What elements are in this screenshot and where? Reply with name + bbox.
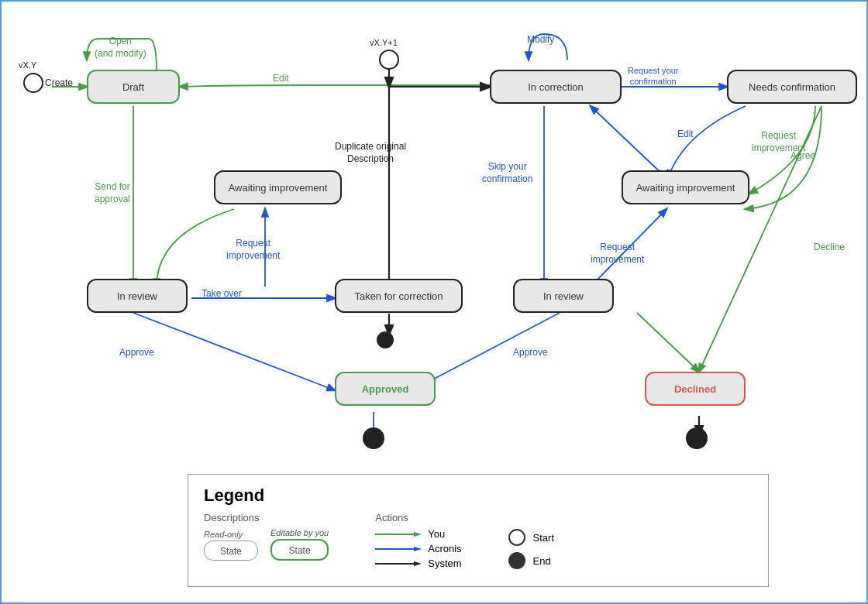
taken-for-correction-state: Taken for correction: [335, 279, 463, 313]
svg-marker-23: [414, 561, 422, 566]
legend-end-circle: [508, 552, 525, 569]
duplicate-original-label: Duplicate original Description: [335, 141, 406, 165]
legend-actions: Actions You Acronis System: [375, 512, 461, 572]
in-review-left-state: In review: [87, 279, 188, 313]
awaiting-improvement-left-state: Awaiting improvement: [214, 170, 342, 204]
skip-your-confirmation-label: Skip your confirmation: [482, 161, 532, 185]
legend-descriptions: Descriptions Read-only State Editable by…: [204, 512, 329, 561]
end-circle-declined: [686, 427, 708, 449]
legend-box: Legend Descriptions Read-only State Edit…: [188, 474, 769, 587]
request-improvement-right-label: Request improvement: [591, 242, 644, 266]
start-circle-vxy1: [379, 50, 399, 70]
start-circle-left: [23, 73, 43, 93]
svg-marker-19: [414, 532, 422, 537]
needs-confirmation-state: Needs confirmation: [727, 70, 857, 104]
diagram: vX.Y Create Draft Open (and modify) Edit…: [2, 2, 868, 604]
open-modify-label: Open (and modify): [95, 36, 146, 60]
edit-left-label: Edit: [273, 73, 289, 85]
edit-right-label: Edit: [677, 129, 694, 141]
declined-state: Declined: [645, 372, 746, 406]
create-label: Create: [45, 77, 73, 90]
svg-line-4: [133, 313, 335, 390]
request-improvement-needs-label: Request improvement: [752, 130, 805, 154]
modify-label: Modify: [527, 34, 554, 46]
take-over-label: Take over: [202, 288, 242, 300]
end-circle-taken: [377, 331, 394, 348]
request-your-confirmation-label: Request your confirmation: [628, 65, 678, 88]
svg-line-15: [637, 313, 699, 372]
svg-line-12: [591, 106, 666, 178]
draft-state: Draft: [87, 70, 180, 104]
decline-label: Decline: [814, 242, 845, 254]
version-label-vxy1: vX.Y+1: [370, 38, 398, 47]
legend-start-circle: [508, 529, 525, 546]
version-label-vxy: vX.Y: [19, 60, 36, 70]
in-correction-state: In correction: [490, 70, 622, 104]
approved-state: Approved: [335, 372, 436, 406]
in-review-right-state: In review: [513, 279, 614, 313]
request-improvement-left-label: Request improvement: [226, 238, 280, 262]
approve-right-label: Approve: [513, 347, 548, 359]
awaiting-improvement-right-state: Awaiting improvement: [622, 170, 749, 204]
legend-symbols: Start End: [508, 512, 554, 575]
send-for-approval-label: Send for approval: [95, 181, 130, 205]
svg-marker-21: [414, 547, 422, 551]
end-circle-approved: [363, 427, 384, 449]
legend-title: Legend: [204, 486, 753, 506]
approve-left-label: Approve: [119, 347, 154, 359]
